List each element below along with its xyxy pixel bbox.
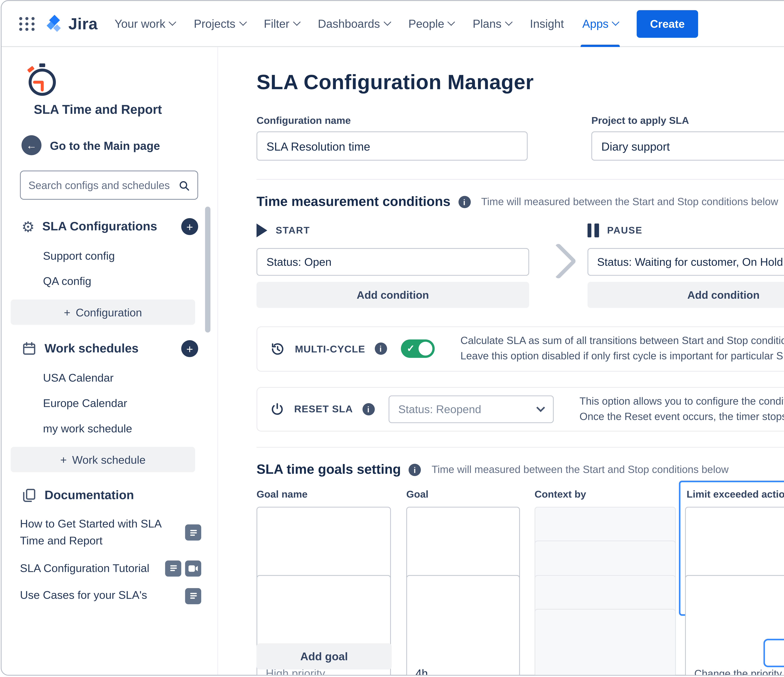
page-title: SLA Configuration Manager (257, 70, 534, 94)
section-title: Work schedules (45, 342, 174, 356)
sidebar-item-europe-calendar[interactable]: Europe Calendar (20, 390, 198, 415)
doc-link-use-cases[interactable]: Use Cases for your SLA's (20, 582, 201, 610)
sidebar-scrollbar[interactable] (205, 207, 210, 332)
add-configuration-icon-button[interactable]: + (181, 218, 198, 235)
automated-sla-actions-annotation: Automated SLA Actions (764, 639, 784, 667)
documentation-header: Documentation (22, 488, 198, 503)
sidebar-search[interactable] (20, 171, 198, 200)
jira-logo-icon (45, 14, 64, 34)
multi-cycle-toggle[interactable]: ✓ (401, 340, 434, 358)
chevron-down-icon (505, 18, 513, 26)
section-title: SLA Configurations (42, 220, 174, 233)
context-value-select[interactable]: High (535, 609, 676, 675)
nav-dashboards[interactable]: Dashboards (309, 0, 399, 47)
nav-insight[interactable]: Insight (521, 0, 573, 47)
nav-apps[interactable]: Apps (573, 0, 628, 47)
nav-your-work[interactable]: Your work (105, 0, 185, 47)
time-conditions-title: Time measurement conditions (257, 194, 451, 210)
goals-section-title: SLA time goals setting (257, 461, 401, 478)
info-icon[interactable]: i (458, 196, 470, 208)
app-window: Jira Your work Projects Filter Dashboard… (1, 0, 784, 675)
start-label: START (276, 225, 310, 236)
chevron-down-icon (612, 18, 619, 26)
config-name-label: Configuration name (257, 115, 527, 126)
doc-link-get-started[interactable]: How to Get Started with SLA Time and Rep… (20, 511, 201, 555)
play-icon (257, 224, 268, 237)
goals-hint: Time will measured between the Start and… (432, 464, 729, 475)
sidebar-item-support-config[interactable]: Support config (20, 243, 198, 268)
col-goal: Goal (406, 488, 429, 500)
multi-cycle-description: Calculate SLA as sum of all transitions … (460, 333, 784, 364)
check-icon: ✓ (407, 343, 415, 354)
pause-icon (587, 224, 599, 237)
reset-condition-select[interactable]: Status: Reopend (388, 395, 553, 423)
time-conditions-hint: Time will measured between the Start and… (481, 196, 778, 207)
power-icon (269, 401, 285, 417)
create-button[interactable]: Create (637, 10, 698, 37)
grid-icon (19, 17, 35, 30)
work-schedules-header: Work schedules + (22, 340, 198, 357)
jira-logo[interactable]: Jira (45, 14, 98, 34)
app-title: SLA Time and Report (34, 102, 198, 117)
document-badge-icon (165, 561, 181, 576)
start-add-condition-button[interactable]: Add condition (257, 282, 529, 308)
nav-projects[interactable]: Projects (185, 0, 255, 47)
col-limit-exceeded-action: Limit exceeded action (687, 488, 784, 500)
info-icon[interactable]: i (362, 403, 375, 415)
multi-cycle-label: MULTI-CYCLE (295, 343, 365, 354)
goals-table: Goal name Goal Context by Limit exceeded… (257, 481, 784, 675)
doc-link-configuration-tutorial[interactable]: SLA Configuration Tutorial (20, 555, 201, 582)
sidebar-item-usa-calendar[interactable]: USA Calendar (20, 365, 198, 390)
pause-condition-input[interactable] (587, 248, 784, 276)
document-badge-icon (185, 525, 201, 541)
nav-menu: Your work Projects Filter Dashboards Peo… (105, 0, 628, 47)
pause-condition-column: PAUSE Add condition (587, 222, 784, 308)
add-work-schedule-button[interactable]: + Work schedule (11, 447, 195, 472)
nav-people[interactable]: People (399, 0, 464, 47)
reset-sla-label: RESET SLA (294, 404, 353, 415)
add-goal-button[interactable]: Add goal (257, 643, 392, 669)
plus-icon: + (60, 453, 67, 466)
sidebar-item-my-work-schedule[interactable]: my work schedule (20, 415, 198, 441)
chevron-down-icon (239, 18, 246, 26)
top-navigation: Jira Your work Projects Filter Dashboard… (2, 1, 784, 47)
config-name-input[interactable] (257, 132, 527, 161)
plus-icon: + (64, 306, 70, 318)
start-condition-input[interactable] (257, 248, 529, 276)
nav-filter[interactable]: Filter (255, 0, 309, 47)
history-icon (269, 341, 286, 357)
goal-time-input[interactable] (406, 575, 520, 676)
document-badge-icon (185, 588, 201, 604)
app-switcher-button[interactable] (16, 12, 39, 35)
app-logo-block: SLA Time and Report (20, 62, 197, 117)
chevron-right-icon (540, 243, 577, 280)
back-arrow-icon: ← (22, 135, 41, 155)
info-icon[interactable]: i (375, 343, 387, 355)
chevron-down-icon (448, 18, 455, 26)
main-content: SLA Configuration Manager Enabled ✓ ? Bo… (218, 47, 784, 675)
sidebar-item-qa-config[interactable]: QA config (20, 268, 198, 293)
chevron-down-icon (169, 18, 176, 26)
col-context-by: Context by (535, 488, 586, 500)
section-title: Documentation (45, 488, 198, 502)
info-icon[interactable]: i (409, 463, 421, 476)
calendar-icon (22, 341, 37, 356)
brand-name: Jira (68, 14, 98, 33)
add-configuration-button[interactable]: + Configuration (11, 300, 195, 325)
col-goal-name: Goal name (257, 488, 308, 500)
sla-configurations-header: ⚙ SLA Configurations + (22, 218, 198, 235)
gear-icon: ⚙ (22, 219, 34, 234)
sidebar-search-input[interactable] (28, 179, 172, 191)
pause-label: PAUSE (607, 225, 642, 236)
chevron-down-icon (536, 403, 544, 412)
chevron-down-icon (384, 18, 391, 26)
pause-add-condition-button[interactable]: Add condition (587, 282, 784, 308)
search-icon (178, 179, 190, 192)
documents-icon (22, 488, 37, 503)
sidebar: SLA Time and Report ← Go to the Main pag… (2, 47, 218, 675)
nav-plans[interactable]: Plans (464, 0, 521, 47)
project-select[interactable]: Diary support (591, 132, 784, 161)
back-to-main-link[interactable]: ← Go to the Main page (22, 135, 198, 155)
add-schedule-icon-button[interactable]: + (181, 340, 198, 357)
project-label: Project to apply SLA (591, 115, 784, 126)
